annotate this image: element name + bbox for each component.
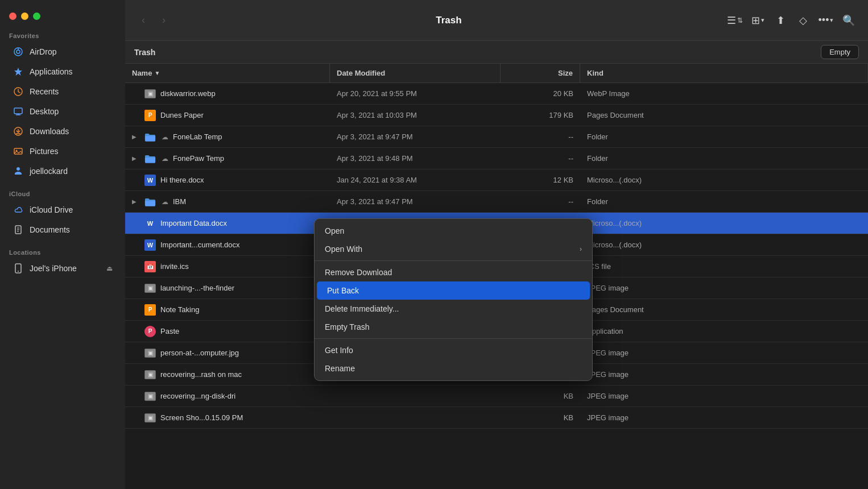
file-name-text: recovering...ng-disk-dri bbox=[160, 392, 235, 400]
file-name-cell: WImportant Data.docx bbox=[125, 218, 330, 229]
sidebar-item-icloud-drive[interactable]: iCloud Drive bbox=[3, 200, 122, 219]
file-kind-cell: Microso...(.docx) bbox=[580, 176, 868, 184]
file-name-cell: PDunes Paper bbox=[125, 110, 330, 121]
table-row[interactable]: PDunes PaperApr 3, 2021 at 10:03 PM179 K… bbox=[125, 105, 868, 126]
col-header-date[interactable]: Date Modified bbox=[330, 64, 501, 82]
joels-iphone-icon bbox=[13, 263, 24, 274]
locations-section-label: Locations bbox=[0, 246, 125, 258]
desktop-icon bbox=[13, 106, 24, 117]
ctx-item-label: Delete Immediately... bbox=[325, 304, 399, 313]
more-icon: ••• bbox=[819, 14, 829, 26]
forward-button[interactable]: › bbox=[155, 11, 173, 30]
file-kind-cell: Pages Document bbox=[580, 111, 868, 119]
file-kind-cell: JPEG image bbox=[580, 284, 868, 292]
table-row[interactable]: ▣diskwarrior.webpApr 20, 2021 at 9:55 PM… bbox=[125, 83, 868, 105]
ctx-item-label: Get Info bbox=[325, 346, 353, 355]
documents-label: Documents bbox=[30, 225, 70, 234]
table-row[interactable]: ▣Screen Sho...0.15.09 PMKBJPEG image bbox=[125, 407, 868, 429]
file-type-icon: W bbox=[144, 218, 156, 229]
sidebar-item-documents[interactable]: Documents bbox=[3, 220, 122, 239]
table-row[interactable]: ▶ ☁FonePaw TempApr 3, 2021 at 9:48 PM--F… bbox=[125, 148, 868, 169]
ctx-item-open-with[interactable]: Open With› bbox=[315, 240, 592, 258]
expand-arrow-icon[interactable]: ▶ bbox=[132, 198, 140, 205]
eject-icon[interactable]: ⏏ bbox=[106, 264, 113, 272]
toolbar-nav: ‹ › bbox=[134, 11, 173, 30]
documents-icon bbox=[13, 224, 24, 235]
ctx-item-get-info[interactable]: Get Info bbox=[315, 341, 592, 359]
cloud-download-icon: ☁ bbox=[162, 155, 168, 163]
icloud-drive-label: iCloud Drive bbox=[30, 205, 73, 214]
ctx-item-put-back[interactable]: Put Back bbox=[317, 281, 590, 300]
file-name-text: IBM bbox=[173, 197, 186, 206]
table-row[interactable]: ▶ ☁FoneLab TempApr 3, 2021 at 9:47 PM--F… bbox=[125, 126, 868, 148]
view-list-icon: ☰ bbox=[727, 14, 736, 27]
ctx-item-label: Put Back bbox=[327, 286, 359, 295]
sidebar-item-recents[interactable]: Recents bbox=[3, 82, 122, 101]
file-size-cell: KB bbox=[501, 413, 580, 422]
svg-point-1 bbox=[16, 50, 20, 53]
col-header-name[interactable]: Name ▼ bbox=[125, 64, 330, 82]
joels-iphone-label: Joel's iPhone bbox=[30, 264, 77, 273]
view-list-button[interactable]: ☰ ⇅ bbox=[725, 10, 745, 31]
recents-icon bbox=[13, 86, 24, 97]
airdrop-label: AirDrop bbox=[30, 47, 56, 56]
file-name-text: invite.ics bbox=[160, 262, 189, 271]
ctx-item-remove-download[interactable]: Remove Download bbox=[315, 263, 592, 281]
col-header-kind[interactable]: Kind bbox=[580, 64, 868, 82]
file-name-text: Important...cument.docx bbox=[160, 241, 239, 249]
tag-button[interactable]: ◇ bbox=[793, 10, 813, 31]
sidebar-item-applications[interactable]: Applications bbox=[3, 62, 122, 81]
table-row[interactable]: WHi there.docxJan 24, 2021 at 9:38 AM12 … bbox=[125, 169, 868, 191]
sidebar-item-downloads[interactable]: Downloads bbox=[3, 122, 122, 141]
file-name-cell: ▣launching-...-the-finder bbox=[125, 283, 330, 294]
file-kind-cell: JPEG image bbox=[580, 392, 868, 400]
icloud-section-label: iCloud bbox=[0, 187, 125, 200]
svg-point-17 bbox=[18, 271, 19, 272]
table-row[interactable]: ▣recovering...ng-disk-driKBJPEG image bbox=[125, 386, 868, 407]
file-name-cell: ▣recovering...rash on mac bbox=[125, 369, 330, 380]
file-name-text: FonePaw Temp bbox=[173, 154, 224, 163]
joellockard-icon bbox=[13, 165, 24, 177]
file-kind-cell: Folder bbox=[580, 197, 868, 206]
sidebar-item-desktop[interactable]: Desktop bbox=[3, 102, 122, 121]
file-type-icon: ▣ bbox=[144, 369, 156, 380]
file-name-text: diskwarrior.webp bbox=[160, 89, 216, 98]
file-name-text: Note Taking bbox=[160, 305, 199, 314]
ctx-item-empty-trash[interactable]: Empty Trash bbox=[315, 318, 592, 336]
file-type-icon bbox=[144, 131, 156, 143]
view-grid-icon: ⊞ bbox=[751, 14, 760, 27]
back-button[interactable]: ‹ bbox=[134, 11, 152, 30]
ctx-item-delete-immediately[interactable]: Delete Immediately... bbox=[315, 300, 592, 318]
search-button[interactable]: 🔍 bbox=[838, 10, 859, 31]
file-type-icon: W bbox=[144, 175, 156, 186]
favorites-section-label: Favorites bbox=[0, 29, 125, 42]
file-size-cell: 179 KB bbox=[501, 111, 580, 119]
minimize-button[interactable] bbox=[21, 13, 28, 20]
file-name-cell: PNote Taking bbox=[125, 304, 330, 316]
window-controls bbox=[0, 7, 125, 29]
empty-button[interactable]: Empty bbox=[821, 45, 859, 59]
file-type-icon: P bbox=[144, 304, 156, 316]
share-button[interactable]: ⬆ bbox=[770, 10, 791, 31]
expand-arrow-icon[interactable]: ▶ bbox=[132, 134, 140, 140]
file-type-icon: 📅 bbox=[144, 261, 156, 272]
breadcrumb: Trash bbox=[134, 48, 155, 57]
more-arrow: ▾ bbox=[830, 16, 833, 24]
expand-arrow-icon[interactable]: ▶ bbox=[132, 155, 140, 161]
file-name-cell: ▣person-at-...omputer.jpg bbox=[125, 347, 330, 359]
file-name-text: FoneLab Temp bbox=[173, 132, 222, 141]
ctx-item-open[interactable]: Open bbox=[315, 222, 592, 240]
maximize-button[interactable] bbox=[33, 13, 40, 20]
sidebar-item-airdrop[interactable]: AirDrop bbox=[3, 42, 122, 61]
ctx-item-rename[interactable]: Rename bbox=[315, 359, 592, 378]
downloads-icon bbox=[13, 126, 24, 137]
table-row[interactable]: ▶ ☁IBMApr 3, 2021 at 9:47 PM--Folder bbox=[125, 191, 868, 213]
sidebar-item-joels-iphone[interactable]: Joel's iPhone⏏ bbox=[3, 259, 122, 278]
file-type-icon bbox=[144, 196, 156, 208]
sidebar-item-pictures[interactable]: Pictures bbox=[3, 142, 122, 161]
close-button[interactable] bbox=[9, 13, 16, 20]
more-button[interactable]: ••• ▾ bbox=[816, 10, 836, 31]
view-grid-button[interactable]: ⊞ ▾ bbox=[747, 10, 768, 31]
col-header-size[interactable]: Size bbox=[501, 64, 580, 82]
sidebar-item-joellockard[interactable]: joellockard bbox=[3, 161, 122, 181]
